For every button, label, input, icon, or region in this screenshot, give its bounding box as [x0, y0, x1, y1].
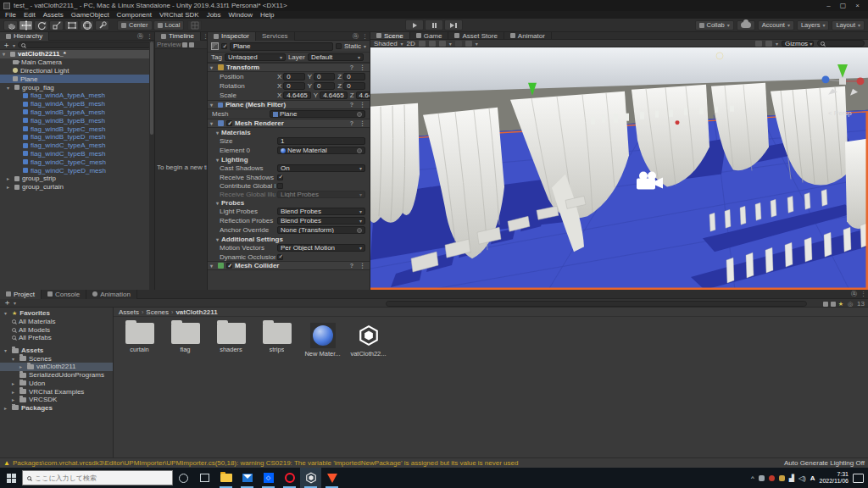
- layout-button[interactable]: Layout▾: [832, 20, 865, 30]
- hierarchy-item[interactable]: flag_windB_typeA_mesh: [0, 108, 154, 117]
- scale-y-field[interactable]: 4.6465: [320, 92, 347, 99]
- account-button[interactable]: Account▾: [758, 20, 794, 30]
- file-item-curtain[interactable]: curtain: [120, 323, 159, 358]
- menu-help[interactable]: Help: [260, 11, 274, 19]
- layers-button[interactable]: Layers▾: [797, 20, 830, 30]
- tab-project[interactable]: Project: [0, 290, 42, 299]
- tree-scenes[interactable]: ▾Scenes: [0, 354, 113, 363]
- hierarchy-item[interactable]: flag_windA_typeB_mesh: [0, 100, 154, 108]
- mesh-object-field[interactable]: Plane: [270, 110, 365, 118]
- file-item-flag[interactable]: flag: [166, 323, 204, 358]
- hierarchy-item-group-curtain[interactable]: ▸group_curtain: [0, 183, 154, 191]
- file-item-shaders[interactable]: shaders: [212, 323, 250, 358]
- rotation-z-field[interactable]: 0: [343, 82, 365, 90]
- menu-window[interactable]: Window: [229, 11, 253, 19]
- maximize-button[interactable]: ▢: [836, 1, 850, 11]
- menu-component[interactable]: Component: [117, 11, 152, 19]
- search-by-type-icon[interactable]: [823, 302, 828, 307]
- kebab-menu-icon[interactable]: ⋮: [145, 33, 154, 40]
- tree-vrchat-examples[interactable]: ▸VRChat Examples: [0, 387, 113, 396]
- menu-gameobject[interactable]: GameObject: [71, 11, 109, 19]
- help-icon[interactable]: ?: [348, 120, 355, 126]
- unity-taskbar-button[interactable]: [300, 468, 321, 488]
- tab-timeline[interactable]: Timeline: [155, 32, 201, 41]
- tab-inspector[interactable]: Inspector: [208, 32, 256, 41]
- tree-packages[interactable]: ▸Packages: [0, 404, 113, 413]
- tab-console[interactable]: Console: [42, 290, 86, 299]
- hierarchy-item[interactable]: flag_windC_typeA_mesh: [0, 141, 154, 150]
- brave-button[interactable]: [321, 468, 342, 488]
- hidden-packages-icon[interactable]: ◎: [846, 301, 854, 308]
- tray-chevron-icon[interactable]: ^: [751, 474, 754, 482]
- element0-object-field[interactable]: New Material: [277, 147, 365, 154]
- transform-tool-button[interactable]: [80, 20, 94, 30]
- hierarchy-item[interactable]: flag_windC_typeC_mesh: [0, 158, 154, 166]
- receive-shadows-checkbox[interactable]: [277, 175, 283, 180]
- action-center-icon[interactable]: [853, 474, 864, 483]
- tab-animation[interactable]: Animation: [86, 290, 137, 299]
- hierarchy-item-group-strip[interactable]: ▸group_strip: [0, 175, 154, 183]
- save-search-icon[interactable]: ★: [838, 301, 843, 308]
- hierarchy-search-input[interactable]: [18, 42, 152, 48]
- reflection-probes-dropdown[interactable]: Blend Probes: [277, 217, 365, 225]
- close-button[interactable]: ×: [850, 1, 865, 11]
- kebab-menu-icon[interactable]: ⋮: [859, 291, 868, 297]
- file-explorer-button[interactable]: [215, 468, 236, 488]
- tree-udon[interactable]: ▸Udon: [0, 380, 113, 388]
- file-item-vatcloth-scene[interactable]: vatCloth22...: [349, 323, 387, 358]
- minimize-button[interactable]: –: [821, 1, 836, 11]
- scale-x-field[interactable]: 4.6465: [283, 92, 310, 99]
- scene-visibility-icon[interactable]: [455, 41, 462, 47]
- draw-mode-dropdown[interactable]: Shaded: [374, 40, 398, 47]
- pause-button[interactable]: [425, 19, 443, 30]
- kebab-menu-icon[interactable]: ⋮: [358, 64, 367, 71]
- timeline-next-key-icon[interactable]: [189, 42, 194, 47]
- mesh-collider-header[interactable]: Mesh Collider: [235, 262, 279, 269]
- tab-asset-store[interactable]: Asset Store: [448, 32, 504, 39]
- menu-edit[interactable]: Edit: [24, 11, 36, 19]
- position-y-field[interactable]: 0: [314, 73, 335, 80]
- start-button[interactable]: [0, 468, 22, 488]
- tree-serializedudonprograms[interactable]: SerializedUdonPrograms: [0, 371, 113, 380]
- task-view-button[interactable]: [194, 468, 215, 488]
- pivot-toggle-button[interactable]: Center: [117, 20, 153, 30]
- file-item-new-material[interactable]: New Mater...: [303, 323, 342, 358]
- tag-dropdown[interactable]: Untagged: [225, 53, 286, 61]
- probes-section-label[interactable]: Probes: [221, 199, 244, 207]
- tab-services[interactable]: Services: [256, 32, 295, 41]
- create-asset-button[interactable]: ＋: [3, 299, 11, 307]
- menu-vrchat-sdk[interactable]: VRChat SDK: [159, 11, 199, 19]
- network-icon[interactable]: ▟: [789, 474, 794, 482]
- rotation-x-field[interactable]: 0: [283, 82, 304, 90]
- tab-game[interactable]: Game: [410, 32, 449, 39]
- favorite-all-models[interactable]: All Models: [0, 325, 113, 334]
- file-item-strips[interactable]: strips: [258, 323, 296, 358]
- scene-viewport[interactable]: < Persp: [370, 47, 868, 290]
- motion-vectors-dropdown[interactable]: Per Object Motion: [277, 244, 365, 252]
- mesh-renderer-enabled-checkbox[interactable]: [226, 120, 232, 126]
- rotation-y-field[interactable]: 0: [314, 82, 335, 90]
- tree-vrcsdk[interactable]: ▸VRCSDK: [0, 396, 113, 404]
- materials-section-label[interactable]: Materials: [221, 129, 251, 136]
- rotate-tool-button[interactable]: [34, 20, 48, 30]
- grid-snap-button[interactable]: [187, 20, 202, 30]
- tree-assets[interactable]: ▾Assets: [0, 347, 113, 355]
- tree-vatcloth2211[interactable]: ▸vatCloth2211: [0, 363, 113, 371]
- transform-header[interactable]: Transform: [226, 64, 259, 71]
- mail-app-button[interactable]: [236, 468, 258, 488]
- volume-icon[interactable]: ◁): [798, 474, 806, 482]
- dropbox-button[interactable]: ◇: [258, 468, 279, 488]
- position-x-field[interactable]: 0: [283, 73, 304, 80]
- tab-hierarchy[interactable]: Hierarchy: [0, 32, 49, 41]
- object-picker-icon[interactable]: [357, 228, 362, 233]
- static-checkbox[interactable]: [336, 43, 342, 49]
- scene-lighting-icon[interactable]: [419, 41, 426, 47]
- hierarchy-item[interactable]: flag_windC_typeB_mesh: [0, 150, 154, 158]
- hierarchy-item[interactable]: flag_windB_typeC_mesh: [0, 125, 154, 133]
- step-button[interactable]: [444, 19, 463, 30]
- cloud-button[interactable]: [737, 20, 755, 30]
- custom-tool-button[interactable]: [95, 20, 109, 30]
- timeline-preview-button[interactable]: Preview: [157, 41, 181, 48]
- pivot-rotation-toggle-button[interactable]: Local: [153, 20, 185, 30]
- tray-icon-1[interactable]: [759, 475, 765, 481]
